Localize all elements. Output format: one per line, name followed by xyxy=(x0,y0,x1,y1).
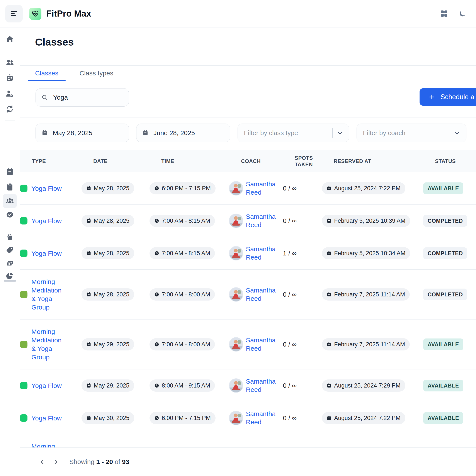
time-pill: 6:00 PM - 7:15 PM xyxy=(150,412,216,424)
date-pill: May 30, 2025 xyxy=(82,412,134,424)
date-cell: May 28, 2025 xyxy=(82,288,150,301)
pagination-range: 1 - 20 xyxy=(96,458,113,465)
sidebar-item-classes-group[interactable] xyxy=(5,197,14,205)
sidebar-item-members[interactable] xyxy=(5,58,14,67)
class-type-link[interactable]: Yoga Flow xyxy=(31,184,62,193)
class-type-filter-select[interactable]: Filter by class type xyxy=(238,124,349,142)
coach-cell: Samantha Reed xyxy=(229,410,283,426)
calendar-icon xyxy=(86,292,91,297)
column-header-spots: SPOTS TAKEN xyxy=(295,155,321,168)
class-type-link[interactable]: Yoga Flow xyxy=(31,414,62,422)
time-pill: 7:00 AM - 8:15 AM xyxy=(150,215,215,227)
coach-link[interactable]: Samantha Reed xyxy=(246,245,279,262)
heart-pulse-icon xyxy=(32,10,39,17)
coach-link[interactable]: Samantha Reed xyxy=(246,377,279,394)
search-input[interactable] xyxy=(53,94,123,101)
class-type-link[interactable]: Yoga Flow xyxy=(31,381,62,390)
time-pill: 6:00 PM - 7:15 PM xyxy=(150,182,216,194)
moon-icon xyxy=(459,10,466,18)
app-logo xyxy=(29,8,41,20)
class-type-swatch xyxy=(20,217,27,224)
sidebar-item-tag[interactable] xyxy=(5,246,14,255)
coach-cell: Samantha Reed xyxy=(229,377,283,394)
coach-link[interactable]: Samantha Reed xyxy=(246,336,279,353)
date-to-input[interactable]: June 28, 2025 xyxy=(136,124,230,142)
class-type-cell: Yoga Flow xyxy=(20,184,82,193)
sidebar-item-pie-chart[interactable] xyxy=(5,271,14,280)
sidebar-item-calendar[interactable] xyxy=(5,167,14,176)
coach-avatar xyxy=(229,288,243,301)
id-badge-icon xyxy=(5,74,14,82)
sidebar-item-shop-bag[interactable] xyxy=(5,232,14,241)
coach-link[interactable]: Samantha Reed xyxy=(246,410,279,426)
column-header-type: TYPE xyxy=(32,158,93,165)
sidebar-divider xyxy=(5,51,15,51)
status-badge: AVAILABLE xyxy=(423,412,463,424)
sidebar-item-id-badge[interactable] xyxy=(5,74,14,82)
spots-cell: 0 / ∞ xyxy=(283,341,322,348)
class-type-swatch xyxy=(20,250,27,257)
sidebar-item-banknotes[interactable] xyxy=(5,259,14,268)
date-cell: May 28, 2025 xyxy=(82,247,150,259)
tab-class-types[interactable]: Class types xyxy=(72,66,120,81)
sidebar-item-clipboard[interactable] xyxy=(5,183,14,191)
clock-icon xyxy=(154,218,159,223)
spots-cell: 0 / ∞ xyxy=(283,291,322,298)
page-title: Classes xyxy=(35,36,74,48)
coach-link[interactable]: Samantha Reed xyxy=(246,212,279,229)
sidebar-scrollbar[interactable] xyxy=(4,280,16,282)
pagination-bar: Showing 1 - 20 of 93 xyxy=(20,447,476,476)
menu-button[interactable] xyxy=(5,5,23,22)
calendar-icon xyxy=(86,251,91,256)
coach-link[interactable]: Samantha Reed xyxy=(246,286,279,303)
date-cell: May 28, 2025 xyxy=(82,182,150,194)
pagination-total: 93 xyxy=(122,458,129,465)
apps-grid-icon xyxy=(440,10,448,18)
tab-classes[interactable]: Classes xyxy=(28,66,66,81)
coach-cell: Samantha Reed xyxy=(229,180,283,197)
check-circle-icon xyxy=(5,210,14,219)
time-pill: 7:00 AM - 8:00 AM xyxy=(150,288,215,301)
calendar-icon xyxy=(86,218,91,223)
spots-cell: 1 / ∞ xyxy=(283,250,322,257)
date-cell: May 29, 2025 xyxy=(82,379,150,392)
clock-icon xyxy=(154,251,159,256)
time-cell: 7:00 AM - 8:15 AM xyxy=(150,215,229,227)
spots-cell: 0 / ∞ xyxy=(283,217,322,224)
dark-mode-button[interactable] xyxy=(459,10,466,18)
table-row: Morning Meditation & Yoga Group May 29, … xyxy=(20,320,476,369)
clock-icon xyxy=(154,292,159,297)
class-type-link[interactable]: Morning Meditation & Yoga Group xyxy=(31,327,65,361)
class-type-link[interactable]: Yoga Flow xyxy=(31,217,62,225)
coach-avatar xyxy=(229,338,243,351)
class-type-link[interactable]: Morning Meditation & Yoga Group xyxy=(31,442,65,447)
coach-cell: Samantha Reed xyxy=(229,336,283,353)
class-type-link[interactable]: Morning Meditation & Yoga Group xyxy=(31,277,65,311)
time-cell: 6:00 PM - 7:15 PM xyxy=(150,412,229,424)
coach-cell: Samantha Reed xyxy=(229,212,283,229)
table-row: Yoga Flow May 28, 2025 7:00 AM - 8:15 AM xyxy=(20,237,476,270)
date-pill: May 29, 2025 xyxy=(82,379,134,392)
date-from-input[interactable]: May 28, 2025 xyxy=(35,124,129,142)
tab-bar: Classes Class types xyxy=(28,66,120,81)
status-badge: COMPLETED xyxy=(423,247,467,259)
previous-page-button[interactable] xyxy=(37,457,48,467)
class-type-link[interactable]: Yoga Flow xyxy=(31,249,62,258)
people-group-icon xyxy=(5,197,14,205)
class-type-cell: Yoga Flow xyxy=(20,249,82,258)
sidebar-item-check-circle[interactable] xyxy=(5,210,14,219)
coach-filter-select[interactable]: Filter by coach xyxy=(357,124,466,142)
sidebar-item-user-settings[interactable] xyxy=(5,89,14,98)
time-cell: 7:00 AM - 8:00 AM xyxy=(150,338,229,350)
table-row: Yoga Flow May 28, 2025 6:00 PM - 7:15 PM xyxy=(20,172,476,205)
next-page-button[interactable] xyxy=(51,457,61,467)
clock-icon xyxy=(154,416,159,420)
column-header-date: DATE xyxy=(93,158,161,165)
schedule-class-button[interactable]: Schedule a class xyxy=(420,88,476,106)
class-type-swatch xyxy=(20,291,27,298)
sidebar-item-sync[interactable] xyxy=(5,105,14,113)
reserved-cell: February 7, 2025 11:14 AM xyxy=(322,338,423,350)
apps-grid-button[interactable] xyxy=(440,10,448,18)
coach-link[interactable]: Samantha Reed xyxy=(246,180,279,197)
sidebar-item-home[interactable] xyxy=(5,35,14,44)
